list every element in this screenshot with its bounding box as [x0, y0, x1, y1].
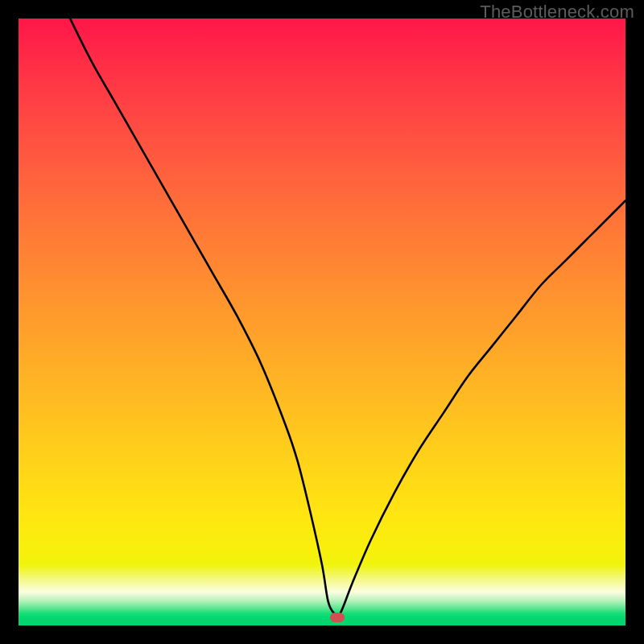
chart-frame: TheBottleneck.com	[0, 0, 644, 644]
bottleneck-curve	[19, 19, 625, 625]
watermark-text: TheBottleneck.com	[480, 2, 634, 23]
plot-area	[19, 19, 625, 625]
optimal-point-marker	[330, 613, 345, 622]
